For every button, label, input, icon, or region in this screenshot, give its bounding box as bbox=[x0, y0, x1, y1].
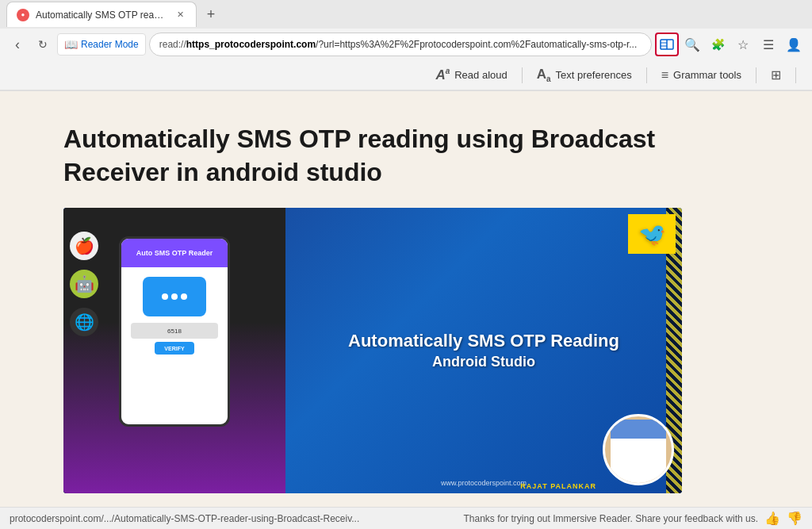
banner-left: 🍎 🤖 🌐 Auto SMS OTP Reader bbox=[63, 208, 285, 493]
chat-bubble bbox=[143, 277, 206, 316]
text-preferences-label: Text preferences bbox=[556, 69, 632, 81]
read-aloud-label: Read aloud bbox=[454, 69, 508, 81]
status-url: protocoderspoint.com/.../Automatically-S… bbox=[10, 513, 359, 524]
collections-button[interactable]: ☰ bbox=[756, 33, 780, 56]
focus-mode-button[interactable]: ⊞ bbox=[763, 64, 789, 86]
grammar-tools-label: Grammar tools bbox=[673, 69, 741, 81]
feedback-text: Thanks for trying out Immersive Reader. … bbox=[463, 513, 758, 524]
banner-corner-yellow: 🐦 bbox=[628, 214, 676, 254]
new-tab-button[interactable]: + bbox=[200, 3, 222, 25]
url-domain: https_protocoderspoint.com bbox=[186, 39, 316, 50]
banner-url: www.protocoderspoint.com bbox=[441, 479, 527, 487]
read-aloud-button[interactable]: Aa Read aloud bbox=[427, 63, 515, 86]
refresh-button[interactable]: ↻ bbox=[32, 33, 54, 56]
phone-header: Auto SMS OTP Reader bbox=[121, 239, 228, 267]
thumbs-up-button[interactable]: 👍 bbox=[764, 511, 780, 526]
extensions-icon: 🧩 bbox=[711, 38, 725, 51]
immersive-reader-icon bbox=[660, 37, 674, 52]
phone-body: 6518 VERIFY bbox=[121, 267, 228, 364]
url-text: read://https_protocoderspoint.com/?url=h… bbox=[159, 39, 638, 50]
tab-close-button[interactable]: ✕ bbox=[174, 9, 186, 21]
reader-toolbar: Aa Read aloud Aa Text preferences ≡ Gram… bbox=[0, 60, 812, 90]
web-symbol: 🌐 bbox=[75, 312, 94, 332]
chat-dot-1 bbox=[162, 293, 168, 300]
verify-label: VERIFY bbox=[164, 346, 184, 351]
profile-icon: 👤 bbox=[786, 37, 802, 52]
favorites-icon: ☆ bbox=[737, 37, 749, 52]
text-preferences-button[interactable]: Aa Text preferences bbox=[529, 63, 640, 86]
read-aloud-icon: Aa bbox=[435, 67, 450, 83]
immersive-reader-button[interactable] bbox=[655, 33, 679, 56]
reader-mode-icon: 📖 bbox=[64, 38, 78, 51]
chat-dot-3 bbox=[181, 293, 187, 300]
banner-right: 🐦 Automatically SMS OTP Reading Android … bbox=[285, 208, 682, 493]
profile-button[interactable]: 👤 bbox=[782, 33, 806, 56]
phone-app-name: Auto SMS OTP Reader bbox=[136, 249, 213, 257]
search-button[interactable]: 🔍 bbox=[680, 33, 704, 56]
back-icon: ‹ bbox=[15, 36, 20, 53]
banner-text-group: Automatically SMS OTP Reading Android St… bbox=[348, 330, 619, 371]
url-suffix: /?url=https%3A%2F%2Fprotocoderspoint.com… bbox=[316, 39, 637, 50]
tab-bar: Automatically SMS OTP reading... ✕ + bbox=[0, 0, 812, 29]
banner-author-name: RAJAT PALANKAR bbox=[520, 482, 596, 490]
thumbs-down-button[interactable]: 👎 bbox=[787, 511, 802, 526]
tab-title: Automatically SMS OTP reading... bbox=[36, 10, 167, 21]
apple-icon: 🍎 bbox=[70, 232, 98, 260]
focus-mode-icon: ⊞ bbox=[771, 67, 781, 82]
extensions-button[interactable]: 🧩 bbox=[706, 33, 730, 56]
toolbar-divider-1 bbox=[522, 67, 523, 83]
phone-mockup: Auto SMS OTP Reader 6518 VERIFY bbox=[119, 236, 230, 427]
content-area: Automatically SMS OTP reading using Broa… bbox=[0, 91, 812, 508]
address-bar: ‹ ↻ 📖 Reader Mode read://https_protocode… bbox=[0, 29, 812, 60]
status-right: Thanks for trying out Immersive Reader. … bbox=[463, 511, 802, 526]
article-title: Automatically SMS OTP reading using Broa… bbox=[63, 123, 666, 189]
refresh-icon: ↻ bbox=[38, 38, 48, 51]
toolbar-icons: 🔍 🧩 ☆ ☰ 👤 bbox=[655, 33, 806, 56]
sidebar-icons: 🍎 🤖 🌐 bbox=[70, 232, 98, 336]
active-tab[interactable]: Automatically SMS OTP reading... ✕ bbox=[6, 2, 197, 27]
favorites-button[interactable]: ☆ bbox=[731, 33, 755, 56]
grammar-tools-button[interactable]: ≡ Grammar tools bbox=[653, 65, 749, 86]
status-left: protocoderspoint.com/.../Automatically-S… bbox=[10, 513, 359, 524]
reader-mode-label: Reader Mode bbox=[81, 39, 139, 50]
toolbar-divider-3 bbox=[756, 67, 756, 83]
url-bar[interactable]: read://https_protocoderspoint.com/?url=h… bbox=[149, 33, 652, 56]
banner-main-text: Automatically SMS OTP Reading bbox=[348, 330, 619, 353]
android-symbol: 🤖 bbox=[75, 274, 94, 293]
otp-value: 6518 bbox=[167, 328, 182, 335]
back-button[interactable]: ‹ bbox=[6, 33, 29, 56]
grammar-tools-icon: ≡ bbox=[661, 68, 668, 82]
status-bar: protocoderspoint.com/.../Automatically-S… bbox=[0, 507, 812, 529]
apple-symbol: 🍎 bbox=[75, 236, 94, 255]
phone-verify-btn: VERIFY bbox=[155, 342, 194, 355]
text-preferences-icon: Aa bbox=[537, 67, 551, 83]
web-icon: 🌐 bbox=[70, 308, 98, 336]
banner-inner: 🍎 🤖 🌐 Auto SMS OTP Reader bbox=[63, 208, 682, 493]
chat-dot-2 bbox=[171, 293, 178, 300]
toolbar-divider-4 bbox=[795, 67, 796, 83]
banner-subtitle: Android Studio bbox=[348, 353, 619, 371]
collections-icon: ☰ bbox=[763, 37, 774, 52]
phone-otp-input: 6518 bbox=[131, 323, 218, 339]
url-prefix: read:// bbox=[159, 39, 186, 50]
tab-favicon bbox=[17, 9, 29, 21]
avatar-person bbox=[611, 420, 666, 483]
search-icon: 🔍 bbox=[684, 37, 700, 52]
toolbar-divider-2 bbox=[646, 67, 647, 83]
article-banner: 🍎 🤖 🌐 Auto SMS OTP Reader bbox=[63, 208, 682, 493]
banner-bird-icon: 🐦 bbox=[638, 221, 666, 247]
banner-avatar bbox=[603, 414, 674, 485]
android-icon: 🤖 bbox=[70, 270, 98, 298]
reader-mode-badge[interactable]: 📖 Reader Mode bbox=[57, 33, 146, 56]
